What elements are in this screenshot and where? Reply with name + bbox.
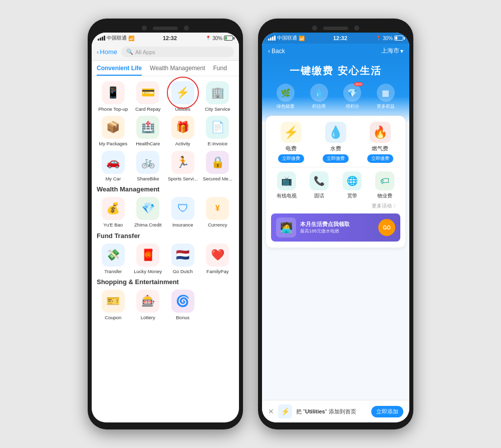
app-grid-row3: 🚗 My Car 🚲 ShareBike 🏃 Sports Servi... 🔒… — [97, 151, 234, 181]
add-toast: ✕ ⚡ 把 "Utilities" 添加到首页 立即添加 — [262, 400, 409, 422]
app-activity[interactable]: 🎁 Activity — [166, 116, 199, 146]
tab-wealth-management[interactable]: Wealth Management — [150, 61, 205, 76]
app-card-repay[interactable]: 💳 Card Repay — [132, 81, 165, 112]
city-label: 上海市 — [381, 47, 399, 55]
app-insurance-label: Insurance — [172, 222, 193, 228]
app-familypay[interactable]: ❤️ FamilyPay — [201, 244, 234, 274]
chevron-left-icon-right: ‹ — [268, 48, 270, 55]
search-icon: 🔍 — [126, 49, 133, 55]
banner-icon-label-0: 绿色能量 — [277, 103, 295, 110]
app-city-service[interactable]: 🏢 City Service — [201, 81, 234, 112]
app-healthcare[interactable]: 🏥 HealthCare — [132, 116, 165, 146]
electricity-pay-btn[interactable]: 立即缴费 — [278, 154, 304, 163]
banner-icon-2[interactable]: 💎 2629 得积分 — [343, 84, 361, 110]
electricity-label: 电费 — [286, 145, 297, 152]
landline-label: 固话 — [314, 192, 324, 199]
app-healthcare-label: HealthCare — [136, 141, 160, 146]
app-sharebike-label: ShareBike — [137, 176, 159, 181]
back-home-btn[interactable]: ‹ Home — [97, 48, 117, 56]
utility-electricity[interactable]: ⚡ 电费 立即缴费 — [271, 122, 312, 163]
utility-water[interactable]: 💧 水费 立即缴费 — [316, 122, 356, 163]
signal-icon-right — [268, 36, 276, 41]
banner-icon-label-2: 得积分 — [346, 103, 359, 110]
banner-section: 一键缴费 安心生活 🌿 绿色能量 💧 积信用 💎 2629 — [262, 58, 409, 122]
camera-left — [142, 26, 147, 31]
utility-tv[interactable]: 📺 有线电视 — [271, 171, 302, 199]
promo-go-btn[interactable]: GO — [378, 219, 395, 236]
app-list-scroll[interactable]: 📱 Phone Top-up 💳 Card Repay ⚡ Utilities … — [92, 76, 239, 422]
utility-broadband[interactable]: 🌐 宽带 — [337, 171, 368, 199]
time-display-right: 12:32 — [333, 35, 347, 41]
app-sports[interactable]: 🏃 Sports Servi... — [166, 151, 199, 181]
search-placeholder: All Apps — [135, 49, 155, 55]
app-go-dutch[interactable]: 🇳🇱 Go Dutch — [166, 244, 199, 274]
battery-icon-left — [224, 36, 233, 41]
app-transfer[interactable]: 💸 Transfer — [97, 244, 130, 274]
utility-gas[interactable]: 🔥 燃气费 立即缴费 — [360, 122, 400, 163]
app-packages[interactable]: 📦 My Packages — [97, 116, 130, 146]
city-service-icon: 🏢 — [211, 86, 224, 99]
app-mycar[interactable]: 🚗 My Car — [97, 151, 130, 181]
city-select[interactable]: 上海市 ▾ — [381, 47, 403, 55]
app-utilities[interactable]: ⚡ Utilities — [166, 81, 199, 112]
tv-label: 有线电视 — [277, 192, 297, 199]
app-coupon[interactable]: 🎫 Coupon — [97, 290, 130, 320]
banner-icon-label-3: 更多权益 — [377, 103, 395, 110]
app-bonus-label: Bonus — [176, 315, 189, 320]
app-einvoice[interactable]: 📄 E-Invoice — [201, 116, 234, 146]
phone-left: 中国联通 📶 12:32 📍 30% ‹ Home 🔍 All Apps — [88, 19, 243, 429]
app-yuebao[interactable]: 💰 Yu'E Bao — [97, 197, 130, 228]
water-pay-btn[interactable]: 立即缴费 — [323, 154, 349, 163]
banner-icon-3[interactable]: ▦ 更多权益 — [377, 84, 395, 110]
banner-icon-1[interactable]: 💧 积信用 — [310, 84, 328, 110]
promo-banner[interactable]: 🧑‍💻 本月生活费点我领取 最高188元缴水电燃 GO — [271, 213, 400, 242]
app-go-dutch-label: Go Dutch — [173, 269, 193, 274]
app-grid-row2: 📦 My Packages 🏥 HealthCare 🎁 Activity 📄 … — [97, 116, 234, 146]
promo-figure: 🧑‍💻 — [276, 217, 296, 238]
toast-close-btn[interactable]: ✕ — [268, 407, 274, 415]
right-scroll[interactable]: 一键缴费 安心生活 🌿 绿色能量 💧 积信用 💎 2629 — [262, 58, 409, 400]
signal-icon — [98, 36, 105, 41]
app-sharebike[interactable]: 🚲 ShareBike — [132, 151, 165, 181]
battery-label-right: 30% — [383, 36, 393, 41]
app-bonus[interactable]: 🌀 Bonus — [166, 290, 199, 320]
app-zhima[interactable]: 💎 Zhima Credit — [132, 197, 165, 228]
utility-property[interactable]: 🏷 物业费 — [370, 171, 401, 199]
app-currency[interactable]: ¥ Currency — [201, 197, 234, 228]
nav-bar-right: ‹ Back 上海市 ▾ — [262, 44, 409, 58]
app-grid-row1: 📱 Phone Top-up 💳 Card Repay ⚡ Utilities … — [97, 81, 234, 112]
shopping-app-grid: 🎫 Coupon 🎰 Lottery 🌀 Bonus — [97, 290, 234, 320]
search-bar[interactable]: 🔍 All Apps — [121, 47, 234, 57]
back-label-right[interactable]: Back — [272, 48, 285, 55]
toast-add-btn[interactable]: 立即添加 — [371, 406, 403, 417]
time-display-left: 12:32 — [163, 35, 177, 41]
app-mycar-label: My Car — [105, 176, 121, 181]
wealth-app-grid: 💰 Yu'E Bao 💎 Zhima Credit 🛡 Insurance ¥ … — [97, 197, 234, 228]
card-repay-icon: 💳 — [141, 86, 155, 99]
phone-top-bar-right — [262, 26, 409, 31]
banner-title: 一键缴费 安心生活 — [269, 64, 402, 78]
app-coupon-label: Coupon — [105, 315, 121, 320]
banner-icon-0[interactable]: 🌿 绿色能量 — [277, 84, 295, 110]
back-btn-right[interactable]: ‹ Back — [268, 48, 285, 55]
tab-fund[interactable]: Fund — [213, 61, 227, 76]
location-icon-right: 📍 — [376, 36, 381, 41]
app-phone-topup[interactable]: 📱 Phone Top-up — [97, 81, 130, 112]
app-lottery[interactable]: 🎰 Lottery — [132, 290, 165, 320]
utility-landline[interactable]: 📞 固话 — [304, 171, 335, 199]
app-sports-label: Sports Servi... — [168, 176, 198, 181]
app-lucky-money[interactable]: 🧧 Lucky Money — [132, 244, 165, 274]
app-einvoice-label: E-Invoice — [207, 141, 227, 146]
app-lucky-money-label: Lucky Money — [134, 269, 162, 274]
gas-pay-btn[interactable]: 立即缴费 — [367, 154, 393, 163]
tv-icon: 📺 — [281, 175, 292, 186]
fund-app-grid: 💸 Transfer 🧧 Lucky Money 🇳🇱 Go Dutch ❤️ … — [97, 244, 234, 274]
home-label[interactable]: Home — [100, 48, 117, 56]
tab-convenient-life[interactable]: Convenient Life — [97, 61, 142, 76]
utilities-icon: ⚡ — [176, 86, 189, 99]
app-secured[interactable]: 🔒 Secured Me... — [201, 151, 234, 181]
camera2-right — [354, 26, 359, 31]
battery-icon-right — [394, 36, 403, 41]
app-insurance[interactable]: 🛡 Insurance — [166, 197, 199, 228]
more-activity-link[interactable]: 更多活动 〉 — [271, 199, 400, 210]
